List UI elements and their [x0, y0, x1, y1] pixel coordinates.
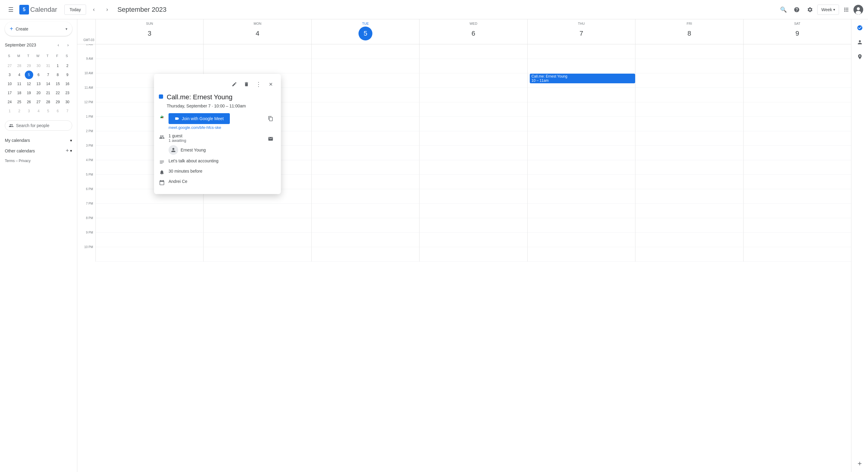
mini-day[interactable]: 11	[15, 80, 24, 88]
hour-cell[interactable]	[743, 59, 851, 73]
hour-cell[interactable]	[527, 175, 635, 189]
hour-cell[interactable]	[527, 44, 635, 59]
prev-arrow[interactable]: ‹	[89, 4, 99, 15]
mini-day[interactable]: 9	[63, 71, 71, 79]
hour-cell[interactable]	[311, 175, 419, 189]
more-options-button[interactable]: ⋮	[253, 79, 264, 90]
mini-day[interactable]: 3	[25, 107, 33, 115]
hour-cell[interactable]	[419, 146, 527, 160]
day-header-thu[interactable]: THU 7	[527, 19, 635, 44]
hour-cell[interactable]	[311, 131, 419, 146]
mini-day[interactable]: 10	[5, 80, 14, 88]
search-people[interactable]: Search for people	[5, 121, 72, 131]
hour-cell[interactable]	[635, 44, 743, 59]
hour-cell[interactable]	[635, 233, 743, 247]
hour-cell[interactable]	[419, 44, 527, 59]
hour-cell[interactable]	[311, 88, 419, 102]
hour-cell[interactable]	[635, 175, 743, 189]
mini-day[interactable]: 7	[44, 71, 52, 79]
mini-day[interactable]: 28	[15, 62, 24, 70]
hour-cell[interactable]	[743, 117, 851, 131]
mini-day[interactable]: 4	[15, 71, 24, 79]
mini-day[interactable]: 27	[5, 62, 14, 70]
hour-cell[interactable]	[743, 73, 851, 88]
user-avatar[interactable]	[854, 5, 863, 14]
hour-cell[interactable]	[203, 59, 311, 73]
mini-day[interactable]: 1	[5, 107, 14, 115]
mini-day[interactable]: 6	[34, 71, 42, 79]
mini-next[interactable]: ›	[64, 41, 72, 49]
hour-cell[interactable]	[743, 175, 851, 189]
hour-cell[interactable]	[419, 73, 527, 88]
settings-button[interactable]	[804, 4, 816, 16]
hour-cell[interactable]	[311, 218, 419, 233]
hour-cell[interactable]	[311, 204, 419, 218]
mini-day[interactable]: 29	[54, 98, 62, 106]
hour-cell[interactable]	[635, 131, 743, 146]
hour-cell[interactable]	[311, 146, 419, 160]
email-guests-button[interactable]	[265, 133, 276, 144]
mini-day[interactable]: 15	[54, 80, 62, 88]
hour-cell[interactable]	[743, 88, 851, 102]
mini-day[interactable]: 18	[15, 89, 24, 97]
hour-cell[interactable]	[95, 44, 203, 59]
mini-day[interactable]: 24	[5, 98, 14, 106]
hour-cell[interactable]	[743, 131, 851, 146]
hour-cell[interactable]	[311, 44, 419, 59]
hour-cell[interactable]	[743, 247, 851, 262]
hour-cell[interactable]	[635, 102, 743, 117]
thu-event-chip[interactable]: Call.me: Ernest Young 10 – 11am	[529, 74, 634, 83]
hour-cell[interactable]	[635, 160, 743, 175]
terms-link[interactable]: Terms	[5, 159, 15, 163]
hour-cell[interactable]	[419, 59, 527, 73]
hour-cell[interactable]	[527, 204, 635, 218]
mini-day[interactable]: 25	[15, 98, 24, 106]
hour-cell[interactable]	[311, 160, 419, 175]
mini-day[interactable]: 5	[44, 107, 52, 115]
hour-cell[interactable]	[635, 189, 743, 204]
meet-link[interactable]: meet.google.com/bfe-hfcs-ske	[168, 125, 261, 130]
day-header-wed[interactable]: WED 6	[419, 19, 527, 44]
hour-cell[interactable]	[419, 247, 527, 262]
hour-cell[interactable]	[635, 218, 743, 233]
edit-event-button[interactable]	[229, 79, 240, 90]
add-other-calendar-icon[interactable]: +	[65, 147, 69, 154]
mini-day[interactable]: 26	[25, 98, 33, 106]
hour-cell[interactable]	[203, 218, 311, 233]
mini-day[interactable]: 29	[25, 62, 33, 70]
view-selector[interactable]: Week ▾	[817, 4, 839, 15]
hour-cell[interactable]	[311, 247, 419, 262]
mini-day[interactable]: 13	[34, 80, 42, 88]
hour-cell[interactable]	[419, 131, 527, 146]
mini-day[interactable]: 20	[34, 89, 42, 97]
hour-cell[interactable]	[95, 59, 203, 73]
hour-cell[interactable]	[635, 204, 743, 218]
hour-cell[interactable]	[311, 59, 419, 73]
hour-cell[interactable]	[203, 233, 311, 247]
hour-cell[interactable]	[311, 73, 419, 88]
hour-cell[interactable]	[95, 204, 203, 218]
hour-cell[interactable]	[419, 175, 527, 189]
hour-cell[interactable]	[743, 204, 851, 218]
hour-cell[interactable]	[743, 189, 851, 204]
hour-cell[interactable]	[635, 59, 743, 73]
mini-day[interactable]: 2	[63, 62, 71, 70]
mini-day[interactable]: 28	[44, 98, 52, 106]
hour-cell[interactable]	[419, 160, 527, 175]
hour-cell[interactable]	[743, 146, 851, 160]
mini-day[interactable]: 5	[25, 71, 33, 79]
hour-cell[interactable]	[527, 160, 635, 175]
privacy-link[interactable]: Privacy	[19, 159, 31, 163]
hour-cell[interactable]	[635, 146, 743, 160]
hour-cell[interactable]	[419, 218, 527, 233]
other-calendars-header[interactable]: Other calendars + ▾	[5, 145, 72, 156]
hour-cell[interactable]	[743, 218, 851, 233]
hour-cell[interactable]	[635, 88, 743, 102]
mini-day[interactable]: 30	[63, 98, 71, 106]
apps-button[interactable]	[840, 4, 852, 16]
hour-cell[interactable]	[743, 44, 851, 59]
hour-cell[interactable]	[203, 44, 311, 59]
hour-cell[interactable]	[635, 247, 743, 262]
hour-cell[interactable]	[527, 189, 635, 204]
right-icon-contacts[interactable]	[854, 36, 866, 48]
